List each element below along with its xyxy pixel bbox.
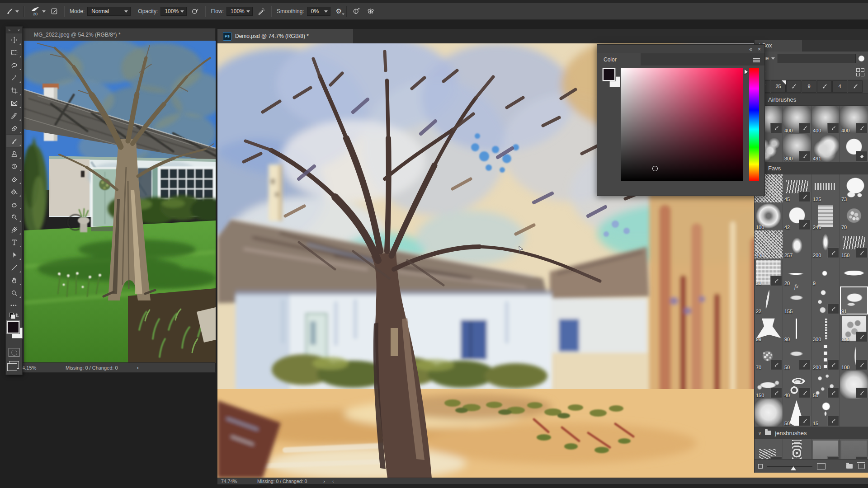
tool-pen[interactable] bbox=[6, 223, 22, 236]
tool-move[interactable] bbox=[6, 33, 22, 46]
tool-paint-bucket[interactable] bbox=[6, 185, 22, 198]
brush-tile-155[interactable]: 155 bbox=[783, 286, 811, 315]
brush-tile-200[interactable]: 200 bbox=[840, 314, 868, 343]
tools-overflow-icon[interactable]: ••• bbox=[6, 301, 22, 310]
default-colors-icon[interactable] bbox=[9, 313, 14, 317]
color-panel-foreground-swatch[interactable] bbox=[603, 68, 615, 81]
tool-zoom[interactable] bbox=[6, 286, 22, 299]
brush-tile-400[interactable]: 400 bbox=[783, 106, 811, 134]
preset-size-9[interactable]: 9 bbox=[802, 80, 816, 93]
brush-tile-9[interactable]: 9 bbox=[811, 258, 840, 287]
swap-colors-icon[interactable]: ⇄ bbox=[14, 313, 19, 317]
name-filter-chevron-icon[interactable] bbox=[771, 57, 775, 60]
tool-line[interactable] bbox=[6, 261, 22, 274]
brush-tile-125[interactable]: 125 bbox=[811, 174, 840, 203]
brush-tile-50[interactable]: 50 bbox=[755, 258, 783, 287]
grid-view-icon[interactable] bbox=[856, 68, 864, 76]
pressure-opacity-icon[interactable] bbox=[190, 6, 200, 16]
brush-tile-15[interactable]: 15 bbox=[811, 399, 840, 427]
preset-brush-icon[interactable] bbox=[848, 80, 863, 93]
hue-slider[interactable] bbox=[749, 68, 759, 181]
brush-tile-70[interactable]: 70 bbox=[840, 202, 868, 231]
brush-search-input[interactable] bbox=[778, 54, 856, 63]
brush-tile-257[interactable]: 257 bbox=[783, 230, 811, 259]
tool-preset-chevron-icon[interactable] bbox=[15, 10, 19, 13]
tool-type[interactable] bbox=[6, 236, 22, 249]
new-folder-icon[interactable] bbox=[846, 464, 853, 469]
document-title-mg[interactable]: MG_2022.jpeg @ 54.2% (RGB/8*) * bbox=[9, 28, 215, 41]
brush-tile-50[interactable]: 50 bbox=[811, 371, 840, 399]
preset-size-25[interactable]: 25 bbox=[771, 80, 786, 93]
tool-history-brush[interactable] bbox=[6, 160, 22, 173]
brush-tile-300[interactable]: 300 bbox=[783, 134, 811, 162]
tools-panel-close-icon[interactable]: × bbox=[18, 28, 20, 33]
hue-slider-marker[interactable] bbox=[745, 70, 748, 74]
tool-brush[interactable] bbox=[6, 135, 22, 147]
brush-tile[interactable] bbox=[840, 258, 868, 287]
tool-smudge[interactable] bbox=[6, 198, 22, 211]
tool-spot-healing[interactable] bbox=[6, 122, 22, 135]
screen-mode-icon[interactable] bbox=[9, 361, 19, 369]
active-tool-brush-icon[interactable] bbox=[5, 6, 14, 16]
quick-mask-icon[interactable] bbox=[9, 348, 19, 357]
preset-size-4[interactable]: 4 bbox=[832, 80, 847, 93]
brush-preset-picker[interactable]: 20 bbox=[28, 5, 42, 18]
brush-tile-200[interactable]: 200 bbox=[811, 230, 840, 259]
color-panel-close-icon[interactable]: × bbox=[758, 46, 761, 52]
mg-zoom-level[interactable]: 54.15% bbox=[19, 365, 47, 371]
brush-tile-50[interactable]: 50 bbox=[783, 343, 811, 371]
brush-tile-400[interactable]: 400 bbox=[811, 106, 840, 134]
symmetry-butterfly-icon[interactable] bbox=[366, 6, 376, 16]
tool-dodge[interactable] bbox=[6, 211, 22, 223]
paint-symmetry-target-icon[interactable] bbox=[351, 6, 361, 16]
brush-tile-400[interactable]: 400 bbox=[840, 106, 868, 134]
brush-tile-100[interactable]: 100 bbox=[840, 343, 868, 371]
brush-tile-42[interactable]: 42 bbox=[783, 202, 811, 231]
foreground-color-swatch[interactable] bbox=[7, 321, 19, 333]
tool-eraser[interactable] bbox=[6, 173, 22, 185]
tool-marquee[interactable] bbox=[6, 46, 22, 59]
brush-tile-99[interactable]: 99 bbox=[755, 314, 783, 343]
smoothing-input[interactable]: 0% bbox=[307, 7, 330, 16]
thumbnail-size-slider[interactable] bbox=[767, 463, 812, 469]
brush-tile[interactable] bbox=[840, 371, 868, 399]
brush-tile-150[interactable]: 150 bbox=[755, 371, 783, 399]
document-tab-demo[interactable]: Ps Demo.psd @ 74.7% (RGB/8) * bbox=[217, 29, 353, 43]
section-header-jensbrushes[interactable]: ∨jensbrushes bbox=[755, 427, 868, 439]
blend-mode-select[interactable]: Normal bbox=[87, 7, 131, 16]
tool-path-select[interactable] bbox=[6, 249, 22, 261]
preset-brush-icon[interactable] bbox=[786, 80, 801, 93]
section-header-Favs[interactable]: Favs bbox=[755, 162, 868, 174]
brush-tile-90[interactable]: 90 bbox=[783, 314, 811, 343]
thumbnail-size-large-icon[interactable] bbox=[817, 463, 826, 469]
brush-tile-491[interactable]: 491 bbox=[811, 134, 840, 162]
brush-tile-50[interactable]: 50 bbox=[783, 399, 811, 427]
brush-tile[interactable] bbox=[811, 286, 840, 315]
color-panel-collapse-icon[interactable]: « bbox=[749, 46, 752, 52]
mg-status-arrow-icon[interactable]: › bbox=[137, 364, 139, 371]
saturation-brightness-field[interactable] bbox=[621, 68, 743, 181]
brush-tile-73[interactable]: 73 bbox=[840, 174, 868, 203]
delete-brush-icon[interactable] bbox=[858, 464, 865, 469]
brush-tile-22[interactable]: 22 bbox=[755, 286, 783, 315]
tool-eyedropper[interactable] bbox=[6, 109, 22, 122]
brush-tile-300[interactable]: 300 bbox=[811, 314, 840, 343]
brush-tile-40[interactable]: 40 bbox=[783, 371, 811, 399]
tool-lasso[interactable] bbox=[6, 59, 22, 71]
color-tab[interactable]: Color bbox=[597, 53, 641, 66]
brush-tile-100[interactable]: 100 bbox=[755, 202, 783, 231]
brush-preset-chevron-icon[interactable] bbox=[42, 10, 46, 13]
airbrush-icon[interactable] bbox=[256, 6, 266, 16]
brush-tile[interactable] bbox=[755, 399, 783, 427]
brush-tile-400[interactable]: 400 bbox=[755, 230, 783, 259]
brush-tile[interactable] bbox=[840, 399, 868, 427]
mg-photo-canvas[interactable] bbox=[24, 41, 216, 363]
demo-zoom-level[interactable]: 74.74% bbox=[221, 479, 245, 484]
brush-tile-150[interactable]: 150 bbox=[840, 230, 868, 259]
color-panel-menu-icon[interactable] bbox=[753, 58, 760, 62]
flow-input[interactable]: 100% bbox=[226, 7, 253, 16]
tool-magic-wand[interactable] bbox=[6, 71, 22, 84]
brush-tile-200[interactable]: 200 bbox=[811, 343, 840, 371]
tool-hand[interactable] bbox=[6, 274, 22, 286]
brush-tile-91[interactable]: 91 bbox=[840, 286, 868, 315]
